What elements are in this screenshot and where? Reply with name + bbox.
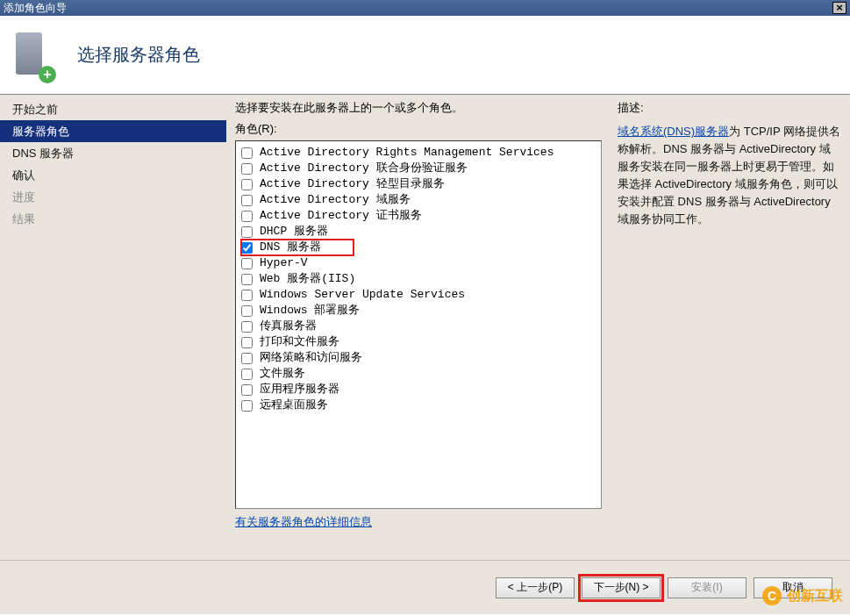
role-checkbox[interactable] bbox=[241, 242, 253, 254]
role-checkbox[interactable] bbox=[241, 211, 253, 222]
role-item[interactable]: Active Directory 联合身份验证服务 bbox=[241, 161, 596, 176]
instruction-text: 选择要安装在此服务器上的一个或多个角色。 bbox=[235, 100, 602, 116]
prev-button[interactable]: < 上一步(P) bbox=[496, 577, 575, 598]
window-title: 添加角色向导 bbox=[4, 0, 67, 16]
role-item[interactable]: 文件服务 bbox=[241, 366, 596, 382]
role-label: Active Directory 证书服务 bbox=[260, 208, 422, 224]
wizard-sidebar: 开始之前服务器角色DNS 服务器确认进度结果 bbox=[0, 95, 226, 560]
description-label: 描述: bbox=[618, 100, 841, 116]
role-item[interactable]: Hyper-V bbox=[241, 255, 596, 271]
role-checkbox[interactable] bbox=[241, 321, 253, 333]
cancel-button[interactable]: 取消 bbox=[754, 577, 832, 598]
role-item[interactable]: 远程桌面服务 bbox=[241, 398, 596, 413]
role-checkbox[interactable] bbox=[241, 147, 253, 159]
role-item[interactable]: 打印和文件服务 bbox=[241, 334, 596, 350]
role-item[interactable]: 传真服务器 bbox=[241, 319, 596, 334]
titlebar: 添加角色向导 × bbox=[0, 0, 850, 16]
role-item[interactable]: Active Directory Rights Management Servi… bbox=[241, 145, 596, 161]
role-checkbox[interactable] bbox=[241, 400, 253, 412]
role-label: Active Directory Rights Management Servi… bbox=[260, 145, 554, 161]
role-label: Active Directory 域服务 bbox=[260, 192, 411, 208]
role-checkbox[interactable] bbox=[241, 258, 253, 269]
role-item[interactable]: Web 服务器(IIS) bbox=[241, 271, 596, 287]
description-text: 域名系统(DNS)服务器为 TCP/IP 网络提供名称解析。DNS 服务器与 A… bbox=[618, 123, 841, 228]
role-checkbox[interactable] bbox=[241, 353, 253, 364]
role-checkbox[interactable] bbox=[241, 163, 253, 175]
role-item[interactable]: 应用程序服务器 bbox=[241, 382, 596, 398]
role-label: Active Directory 联合身份验证服务 bbox=[260, 161, 468, 176]
next-button[interactable]: 下一步(N) > bbox=[582, 577, 661, 598]
role-label: Windows 部署服务 bbox=[260, 303, 360, 319]
role-item[interactable]: DHCP 服务器 bbox=[241, 224, 596, 240]
description-link[interactable]: 域名系统(DNS)服务器 bbox=[618, 125, 729, 138]
roles-listbox[interactable]: Active Directory Rights Management Servi… bbox=[235, 140, 602, 509]
role-label: Web 服务器(IIS) bbox=[260, 271, 355, 287]
role-checkbox[interactable] bbox=[241, 226, 253, 238]
role-item[interactable]: DNS 服务器 bbox=[241, 240, 354, 255]
role-checkbox[interactable] bbox=[241, 337, 253, 348]
role-checkbox[interactable] bbox=[241, 290, 253, 301]
page-title: 选择服务器角色 bbox=[77, 43, 200, 67]
role-label: 传真服务器 bbox=[260, 319, 317, 334]
role-label: 打印和文件服务 bbox=[260, 334, 339, 350]
role-item[interactable]: 网络策略和访问服务 bbox=[241, 350, 596, 366]
role-label: 网络策略和访问服务 bbox=[260, 350, 362, 366]
role-item[interactable]: Active Directory 域服务 bbox=[241, 192, 596, 208]
role-label: Windows Server Update Services bbox=[260, 287, 465, 303]
role-item[interactable]: Windows Server Update Services bbox=[241, 287, 596, 303]
more-info-link[interactable]: 有关服务器角色的详细信息 bbox=[235, 514, 602, 530]
role-label: 远程桌面服务 bbox=[260, 398, 328, 413]
role-checkbox[interactable] bbox=[241, 195, 253, 206]
role-checkbox[interactable] bbox=[241, 369, 253, 380]
role-label: 文件服务 bbox=[260, 366, 305, 382]
server-add-icon: + bbox=[16, 32, 51, 78]
wizard-header: + 选择服务器角色 bbox=[0, 16, 850, 95]
content-area: 开始之前服务器角色DNS 服务器确认进度结果 选择要安装在此服务器上的一个或多个… bbox=[0, 95, 850, 560]
role-label: DNS 服务器 bbox=[260, 240, 321, 255]
wizard-footer: < 上一步(P) 下一步(N) > 安装(I) 取消 bbox=[0, 560, 850, 614]
roles-label: 角色(R): bbox=[235, 121, 602, 137]
role-label: 应用程序服务器 bbox=[260, 382, 339, 398]
main-panel: 选择要安装在此服务器上的一个或多个角色。 角色(R): Active Direc… bbox=[226, 95, 850, 560]
role-label: DHCP 服务器 bbox=[260, 224, 328, 240]
role-checkbox[interactable] bbox=[241, 384, 253, 396]
sidebar-step-0[interactable]: 开始之前 bbox=[0, 98, 226, 120]
sidebar-step-2[interactable]: DNS 服务器 bbox=[0, 142, 226, 164]
role-label: Hyper-V bbox=[260, 255, 308, 271]
role-item[interactable]: Active Directory 轻型目录服务 bbox=[241, 176, 596, 192]
role-label: Active Directory 轻型目录服务 bbox=[260, 176, 445, 192]
close-icon[interactable]: × bbox=[832, 2, 846, 14]
install-button: 安装(I) bbox=[668, 577, 746, 598]
sidebar-step-4: 进度 bbox=[0, 186, 226, 208]
role-checkbox[interactable] bbox=[241, 179, 253, 190]
role-item[interactable]: Windows 部署服务 bbox=[241, 303, 596, 319]
sidebar-step-1[interactable]: 服务器角色 bbox=[0, 120, 226, 142]
role-checkbox[interactable] bbox=[241, 274, 253, 285]
sidebar-step-5: 结果 bbox=[0, 208, 226, 230]
sidebar-step-3[interactable]: 确认 bbox=[0, 164, 226, 186]
role-item[interactable]: Active Directory 证书服务 bbox=[241, 208, 596, 224]
description-body: 为 TCP/IP 网络提供名称解析。DNS 服务器与 ActiveDirecto… bbox=[618, 125, 840, 226]
role-checkbox[interactable] bbox=[241, 305, 253, 317]
